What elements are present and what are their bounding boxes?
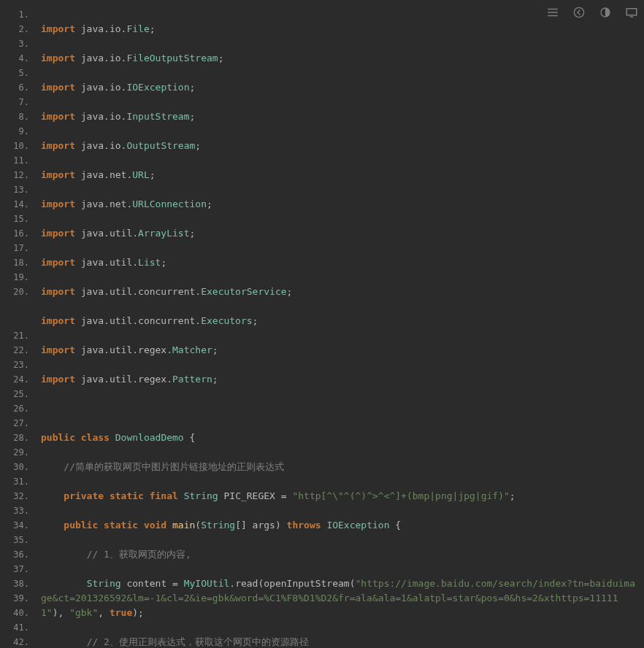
line-number: 15 [0,212,37,226]
package: java.io. [75,23,126,34]
line-number: 38 [0,576,37,591]
line-number: 13 [0,182,37,197]
line-number: 24 [0,372,37,387]
svg-rect-2 [548,15,558,17]
line-number: 17 [0,241,37,255]
line-number: 33 [0,504,37,518]
string: "http[^\"^(^)^>^<^]+(bmp|png|jpg|gif)" [292,490,509,501]
line-gutter: 1234567891011121314151617181920212223242… [0,0,37,648]
line-number: 20 [0,285,37,328]
line-number: 6 [0,80,37,95]
line-number: 25 [0,387,37,401]
line-number: 21 [0,328,37,343]
line-number: 5 [0,66,37,80]
line-number: 27 [0,416,37,431]
line-number: 14 [0,197,37,212]
line-number: 9 [0,124,37,139]
svg-point-3 [574,7,583,17]
code-area[interactable]: import java.io.File; import java.io.File… [37,0,644,648]
line-number: 41 [0,620,37,635]
line-number: 42 [0,635,37,648]
contrast-icon[interactable] [599,6,612,19]
list-icon[interactable] [546,6,559,19]
line-number: 26 [0,401,37,416]
line-number: 1 [0,7,37,22]
line-number: 35 [0,533,37,547]
line-number: 37 [0,562,37,576]
svg-rect-0 [548,9,558,10]
line-number: 30 [0,460,37,474]
back-icon[interactable] [572,6,586,19]
line-number: 3 [0,36,37,51]
line-number: 4 [0,51,37,66]
line-number: 22 [0,343,37,358]
line-number: 29 [0,445,37,460]
line-number: 34 [0,518,37,533]
toolbar [546,6,638,19]
line-number: 23 [0,358,37,372]
line-number: 10 [0,139,37,153]
svg-rect-6 [630,16,634,18]
line-number: 8 [0,109,37,124]
line-number: 2 [0,22,37,36]
line-number: 28 [0,431,37,445]
line-number: 16 [0,226,37,241]
line-number: 40 [0,606,37,620]
line-number: 39 [0,591,37,606]
svg-rect-5 [626,9,637,15]
line-number: 12 [0,168,37,182]
function: main [166,520,195,531]
screen-icon[interactable] [625,6,638,19]
code-editor: 1234567891011121314151617181920212223242… [0,0,644,648]
line-number: 18 [0,255,37,270]
line-number: 36 [0,547,37,562]
line-number: 7 [0,95,37,109]
comment: //简单的获取网页中图片图片链接地址的正则表达式 [64,461,284,472]
line-number: 11 [0,153,37,168]
class: File [126,23,149,34]
line-number: 19 [0,270,37,285]
line-number: 32 [0,489,37,504]
keyword: import [41,23,75,34]
svg-rect-1 [548,12,558,13]
line-number: 31 [0,474,37,489]
